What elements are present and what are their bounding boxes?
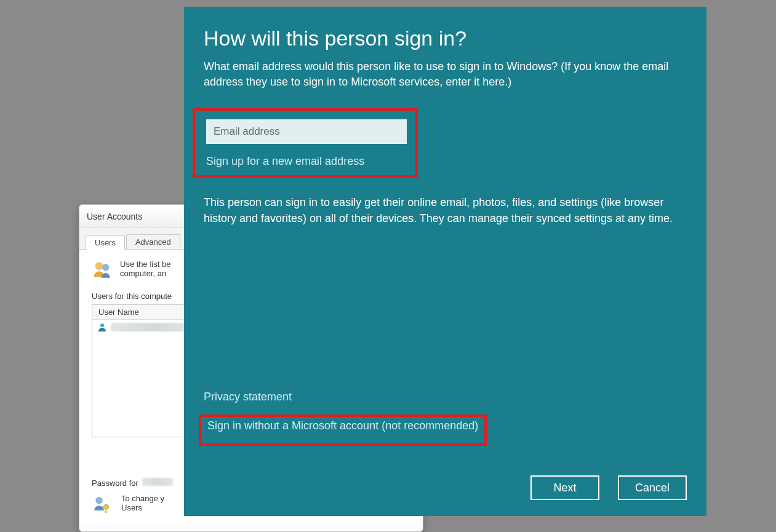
description-text-1: Use the list be [120,260,170,269]
key-users-icon [92,494,113,515]
svg-point-3 [95,497,102,504]
password-heading: Password for [92,478,138,488]
no-ms-account-link[interactable]: Sign in without a Microsoft account (not… [207,419,478,432]
signup-link[interactable]: Sign up for a new email address [206,155,364,168]
privacy-link[interactable]: Privacy statement [204,391,687,403]
tab-users[interactable]: Users [86,235,125,250]
email-field[interactable] [206,119,407,144]
svg-point-0 [95,262,103,270]
users-icon [92,260,113,280]
svg-rect-6 [105,511,107,512]
tab-advanced[interactable]: Advanced [126,234,180,249]
info-text: This person can sign in to easily get th… [204,195,682,226]
highlight-email-section: Sign up for a new email address [193,108,418,178]
user-small-icon [97,322,107,332]
password-sub-2: Users [121,503,164,512]
next-button[interactable]: Next [530,475,599,500]
svg-point-1 [102,264,109,271]
page-subtitle: What email address would this person lik… [204,59,682,90]
signin-modal: How will this person sign in? What email… [184,7,706,516]
password-sub-1: To change y [121,494,164,503]
password-user-blurred [142,478,173,486]
highlight-no-ms-account: Sign in without a Microsoft account (not… [199,415,487,446]
description-text-2: computer, an [120,269,170,278]
svg-point-2 [100,324,104,327]
cancel-button[interactable]: Cancel [618,475,687,500]
page-title: How will this person sign in? [204,26,682,50]
